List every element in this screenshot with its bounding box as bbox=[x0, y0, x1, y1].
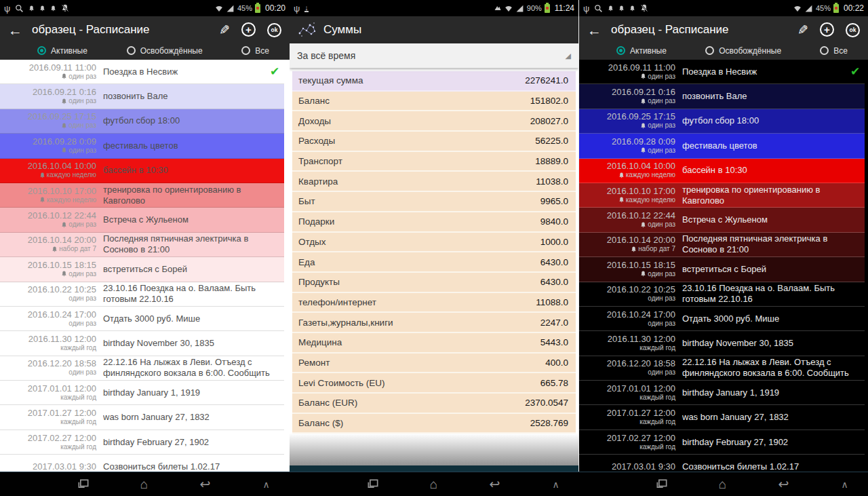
filter-radio[interactable]: Активные bbox=[37, 46, 87, 56]
schedule-row[interactable]: 2016.10.15 18:15 один раз встретиться с … bbox=[579, 257, 865, 282]
schedule-row[interactable]: 2016.10.10 17:00 каждую неделю тренировк… bbox=[579, 183, 865, 208]
sum-row[interactable]: Газеты,журналы,книги 2247.0 bbox=[292, 313, 576, 333]
event-date-block: 2017.01.01 12:00 каждый год bbox=[0, 384, 103, 402]
schedule-row[interactable]: 2016.10.14 20:00 набор дат 7 Последняя п… bbox=[579, 233, 865, 257]
schedule-row[interactable]: 2017.02.27 12:00 каждый год birthday Feb… bbox=[579, 430, 865, 455]
edit-button[interactable]: ✎ bbox=[797, 22, 808, 38]
schedule-row[interactable]: 2016.10.24 17:00 один раз Отдать 3000 ру… bbox=[579, 307, 865, 331]
sum-row[interactable]: Levi Стоимость (EU) 665.78 bbox=[292, 373, 576, 394]
schedule-row[interactable]: 2016.09.25 17:15 один раз футбол сбор 18… bbox=[0, 109, 284, 134]
schedule-row[interactable]: 2017.01.27 12:00 каждый год was born Jan… bbox=[0, 405, 284, 430]
filter-radio[interactable]: Все bbox=[241, 46, 269, 56]
schedule-row[interactable]: 2016.09.11 11:00 один раз Поездка в Несв… bbox=[0, 60, 284, 84]
sum-row[interactable]: телефон/интернет 11088.0 bbox=[292, 293, 576, 313]
schedule-row[interactable]: 2016.09.25 17:15 один раз футбол сбор 18… bbox=[579, 109, 865, 134]
sum-row[interactable]: Квартира 11038.0 bbox=[292, 172, 576, 192]
schedule-row[interactable]: 2017.03.01 9:30 Созвониться билеты 1.02.… bbox=[579, 455, 865, 472]
repeat-label: один раз bbox=[68, 221, 96, 229]
event-datetime: 2017.03.01 9:30 bbox=[0, 462, 96, 472]
schedule-row[interactable]: 2016.09.21 0:16 один раз позвонить Вале … bbox=[0, 84, 284, 109]
sum-row[interactable]: Баланс 151802.0 bbox=[292, 92, 576, 112]
schedule-row[interactable]: 2017.03.01 9:30 Созвониться билеты 1.02.… bbox=[0, 455, 284, 472]
home-button[interactable]: ⌂ bbox=[136, 476, 153, 493]
schedule-row[interactable]: 2016.09.21 0:16 один раз позвонить Вале … bbox=[579, 84, 865, 109]
event-date-block: 2016.11.30 12:00 каждый год bbox=[0, 335, 103, 352]
schedule-row[interactable]: 2016.11.30 12:00 каждый год birthday Nov… bbox=[0, 331, 284, 356]
filter-radio[interactable]: Активные bbox=[616, 46, 667, 56]
period-spinner[interactable]: За всё время ◢ bbox=[290, 43, 578, 68]
home-button[interactable]: ⌂ bbox=[426, 476, 442, 493]
sum-row[interactable]: Отдых 1000.0 bbox=[292, 233, 576, 253]
recents-button[interactable] bbox=[365, 476, 381, 493]
sum-row[interactable]: Продукты 6430.0 bbox=[292, 273, 576, 293]
event-title: 22.12.16 На лыжах в Леви. Отъезд с финля… bbox=[103, 357, 284, 379]
schedule-row[interactable]: 2016.10.15 18:15 один раз встретиться с … bbox=[0, 257, 284, 282]
event-datetime: 2016.09.21 0:16 bbox=[0, 88, 96, 97]
sum-row[interactable]: Еда 6430.0 bbox=[292, 252, 576, 273]
sum-row[interactable]: Медицина 5443.0 bbox=[292, 333, 576, 354]
event-title: позвонить Вале bbox=[103, 91, 284, 102]
schedule-row[interactable]: 2016.09.28 0:09 один раз фестиваль цвето… bbox=[579, 134, 865, 158]
schedule-row[interactable]: 2016.10.14 20:00 набор дат 7 Последняя п… bbox=[0, 233, 284, 257]
sum-row[interactable]: Расходы 56225.0 bbox=[292, 132, 576, 152]
sum-row[interactable]: Ремонт 400.0 bbox=[292, 354, 576, 374]
back-arrow-icon[interactable]: ← bbox=[587, 23, 601, 37]
sum-row[interactable]: Баланс (EUR) 2370.0547 bbox=[292, 394, 576, 414]
event-repeat: каждый год bbox=[579, 443, 675, 451]
event-repeat: один раз bbox=[0, 221, 96, 229]
filter-label: Освобождённые bbox=[719, 46, 781, 56]
edit-button[interactable]: ✎ bbox=[219, 22, 230, 38]
sum-value: 2370.0547 bbox=[525, 398, 576, 408]
back-button[interactable]: ↩ bbox=[487, 476, 503, 493]
back-button[interactable]: ↩ bbox=[197, 476, 214, 493]
schedule-row[interactable]: 2016.12.20 18:58 один раз 22.12.16 На лы… bbox=[579, 356, 865, 381]
chevron-up-button[interactable]: ∧ bbox=[258, 476, 275, 493]
filter-radio[interactable]: Все bbox=[820, 46, 848, 56]
schedule-row[interactable]: 2016.09.11 11:00 один раз Поездка в Несв… bbox=[579, 60, 865, 84]
schedule-row[interactable]: 2017.01.01 12:00 каждый год birthday Jan… bbox=[0, 381, 284, 405]
bell-icon bbox=[39, 197, 45, 203]
event-datetime: 2016.11.30 12:00 bbox=[0, 335, 96, 344]
event-date-block: 2017.01.27 12:00 каждый год bbox=[0, 408, 103, 426]
event-date-block: 2016.10.14 20:00 набор дат 7 bbox=[579, 235, 682, 253]
schedule-row[interactable]: 2017.02.27 12:00 каждый год birthday Feb… bbox=[0, 430, 284, 455]
ok-button[interactable]: ok bbox=[846, 23, 860, 37]
chevron-up-button[interactable]: ∧ bbox=[548, 476, 564, 493]
filter-radio[interactable]: Освобождённые bbox=[705, 46, 781, 56]
schedule-row[interactable]: 2016.10.22 10:25 один раз 23.10.16 Поезд… bbox=[579, 282, 865, 307]
schedule-row[interactable]: 2017.01.01 12:00 каждый год birthday Jan… bbox=[579, 381, 865, 405]
sum-row[interactable]: Баланс ($) 2528.769 bbox=[292, 414, 576, 434]
schedule-row[interactable]: 2016.10.22 10:25 один раз 23.10.16 Поезд… bbox=[0, 282, 284, 307]
schedule-row[interactable]: 2016.10.04 10:00 каждую неделю бассейн в… bbox=[0, 159, 284, 183]
recents-button[interactable] bbox=[654, 476, 670, 493]
event-title: Отдать 3000 руб. Мише bbox=[682, 313, 865, 324]
schedule-row[interactable]: 2016.10.04 10:00 каждую неделю бассейн в… bbox=[579, 159, 865, 183]
schedule-row[interactable]: 2016.10.10 17:00 каждую неделю тренировк… bbox=[0, 183, 284, 208]
event-repeat: каждую неделю bbox=[0, 171, 96, 179]
recents-button[interactable] bbox=[75, 476, 92, 493]
add-button[interactable]: + bbox=[820, 22, 834, 37]
schedule-panel-light: ψ 45% 00:20 ← образец - Расписание ✎ + o… bbox=[0, 0, 290, 472]
ok-button[interactable]: ok bbox=[267, 23, 281, 37]
filter-bar: Активные Освобождённые Все bbox=[0, 43, 290, 60]
sum-row[interactable]: Быт 9965.0 bbox=[292, 192, 576, 212]
schedule-row[interactable]: 2016.12.20 18:58 один раз 22.12.16 На лы… bbox=[0, 356, 284, 381]
back-button[interactable]: ↩ bbox=[776, 476, 792, 493]
filter-radio[interactable]: Освобождённые bbox=[127, 46, 203, 56]
add-button[interactable]: + bbox=[241, 22, 256, 37]
event-datetime: 2016.10.04 10:00 bbox=[579, 161, 675, 171]
chevron-up-button[interactable]: ∧ bbox=[837, 476, 853, 493]
schedule-row[interactable]: 2016.10.12 22:44 один раз Встреча с Жуль… bbox=[0, 208, 284, 232]
sum-row[interactable]: текущая сумма 2276241.0 bbox=[292, 71, 576, 92]
schedule-row[interactable]: 2016.10.24 17:00 один раз Отдать 3000 ру… bbox=[0, 307, 284, 331]
back-arrow-icon[interactable]: ← bbox=[8, 23, 22, 37]
schedule-row[interactable]: 2016.10.12 22:44 один раз Встреча с Жуль… bbox=[579, 208, 865, 232]
sum-row[interactable]: Доходы 208027.0 bbox=[292, 111, 576, 132]
schedule-row[interactable]: 2016.09.28 0:09 один раз фестиваль цвето… bbox=[0, 134, 284, 158]
sum-row[interactable]: Транспорт 18889.0 bbox=[292, 152, 576, 172]
schedule-row[interactable]: 2017.01.27 12:00 каждый год was born Jan… bbox=[579, 405, 865, 430]
bell-icon bbox=[640, 147, 646, 153]
sum-row[interactable]: Подарки 9840.0 bbox=[292, 212, 576, 233]
home-button[interactable]: ⌂ bbox=[715, 476, 731, 493]
schedule-row[interactable]: 2016.11.30 12:00 каждый год birthday Nov… bbox=[579, 331, 865, 356]
